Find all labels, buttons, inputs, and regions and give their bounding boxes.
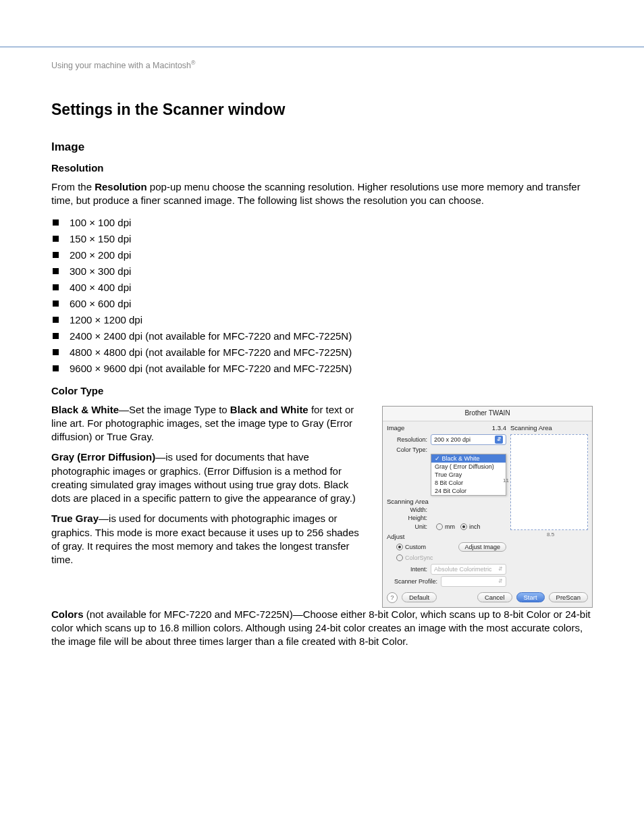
list-item: 200 × 200 dpi bbox=[51, 247, 593, 263]
radio-custom[interactable] bbox=[396, 544, 403, 550]
resolution-value: 200 x 200 dpi bbox=[434, 436, 471, 443]
text-pre: From the bbox=[51, 181, 95, 192]
prescan-button[interactable]: PreScan bbox=[549, 592, 588, 602]
intent-value: Absolute Colorimetric bbox=[434, 566, 492, 573]
para-black-white: Black & White—Set the image Type to Blac… bbox=[51, 403, 370, 444]
colortype-dropdown[interactable]: Black & White Gray ( Error Diffusion) Tr… bbox=[431, 454, 506, 496]
resolution-list: 100 × 100 dpi 150 × 150 dpi 200 × 200 dp… bbox=[51, 215, 593, 377]
custom-label: Custom bbox=[405, 544, 426, 550]
list-text: 100 × 100 dpi bbox=[70, 215, 131, 231]
top-band bbox=[0, 0, 644, 47]
subheading-image: Image bbox=[51, 140, 593, 154]
colorsync-label: ColorSync bbox=[405, 554, 433, 561]
list-text: 600 × 600 dpi bbox=[70, 296, 131, 312]
list-item: 100 × 100 dpi bbox=[51, 215, 593, 231]
bullet-icon bbox=[53, 365, 59, 371]
running-head-text: Using your machine with a Macintosh bbox=[51, 61, 191, 70]
bullet-icon bbox=[53, 236, 59, 242]
subheading-colortype: Color Type bbox=[51, 385, 593, 396]
chevron-updown-icon: ⇵ bbox=[498, 578, 503, 584]
list-item: 9600 × 9600 dpi (not available for MFC-7… bbox=[51, 361, 593, 377]
list-text: 4800 × 4800 dpi (not available for MFC-7… bbox=[70, 344, 352, 361]
lead-ged: Gray (Error Diffusion) bbox=[51, 451, 155, 463]
text: —Set the image Type to bbox=[119, 404, 230, 415]
list-item: 400 × 400 dpi bbox=[51, 280, 593, 296]
list-text: 2400 × 2400 dpi (not available for MFC-7… bbox=[70, 328, 352, 344]
label-height: Height: bbox=[387, 515, 431, 521]
running-head: Using your machine with a Macintosh® bbox=[51, 59, 593, 70]
label-colortype: Color Type: bbox=[387, 446, 431, 453]
list-text: 200 × 200 dpi bbox=[70, 247, 131, 263]
default-button[interactable]: Default bbox=[402, 592, 437, 602]
axis-horizontal-label: 8.5 bbox=[547, 531, 554, 538]
lead-bw: Black & White bbox=[51, 404, 119, 415]
bullet-icon bbox=[53, 317, 59, 323]
dropdown-item[interactable]: 8 Bit Color bbox=[431, 479, 506, 487]
chevron-updown-icon: ⇵ bbox=[498, 566, 503, 572]
radio-inch[interactable] bbox=[460, 523, 467, 530]
dropdown-item[interactable]: 24 Bit Color bbox=[431, 487, 506, 495]
text: (not available for MFC-7220 and MFC-7225… bbox=[51, 608, 591, 648]
help-icon[interactable]: ? bbox=[387, 592, 398, 603]
list-text: 400 × 400 dpi bbox=[70, 280, 131, 296]
twain-image-header: Image bbox=[387, 424, 404, 432]
list-item: 1200 × 1200 dpi bbox=[51, 312, 593, 328]
label-scanning-area: Scanning Area bbox=[387, 498, 506, 505]
section-heading: Settings in the Scanner window bbox=[51, 101, 593, 119]
label-adjust: Adjust bbox=[387, 533, 506, 540]
unit-mm-label: mm bbox=[445, 523, 455, 530]
page-content: 7 Using your machine with a Macintosh® S… bbox=[0, 47, 644, 834]
subheading-resolution: Resolution bbox=[51, 162, 593, 174]
list-item: 150 × 150 dpi bbox=[51, 231, 593, 247]
list-item: 2400 × 2400 dpi (not available for MFC-7… bbox=[51, 328, 593, 344]
bullet-icon bbox=[53, 333, 59, 339]
twain-version: 1.3.4 bbox=[492, 424, 506, 432]
bullet-icon bbox=[53, 268, 59, 274]
start-button[interactable]: Start bbox=[516, 592, 545, 602]
resolution-select[interactable]: 200 x 200 dpi ⇵ bbox=[431, 434, 506, 445]
list-text: 9600 × 9600 dpi (not available for MFC-7… bbox=[70, 361, 352, 377]
label-intent: Intent: bbox=[387, 566, 431, 573]
registered-mark: ® bbox=[191, 59, 195, 66]
chevron-updown-icon: ⇵ bbox=[495, 436, 503, 444]
radio-mm[interactable] bbox=[436, 523, 443, 530]
list-item: 600 × 600 dpi bbox=[51, 296, 593, 312]
twain-screenshot: Brother TWAIN Image 1.3.4 Resolution: 20… bbox=[382, 406, 593, 608]
dropdown-item[interactable]: Gray ( Error Diffusion) bbox=[431, 463, 506, 471]
lead-colors: Colors bbox=[51, 608, 84, 620]
axis-vertical-label: 11 bbox=[503, 477, 509, 484]
list-item: 4800 × 4800 dpi (not available for MFC-7… bbox=[51, 344, 593, 361]
scanning-area-header: Scanning Area bbox=[510, 424, 588, 432]
lead-tg: True Gray bbox=[51, 513, 99, 524]
bullet-icon bbox=[53, 252, 59, 258]
intent-select: Absolute Colorimetric ⇵ bbox=[431, 564, 506, 575]
text-bold-resolution: Resolution bbox=[95, 181, 147, 192]
bullet-icon bbox=[53, 284, 59, 290]
bold-bw2: Black and White bbox=[230, 404, 308, 415]
list-text: 300 × 300 dpi bbox=[70, 263, 131, 280]
list-text: 150 × 150 dpi bbox=[70, 231, 131, 247]
list-item: 300 × 300 dpi bbox=[51, 263, 593, 280]
dropdown-item-selected[interactable]: Black & White bbox=[431, 454, 506, 463]
bullet-icon bbox=[53, 349, 59, 355]
list-text: 1200 × 1200 dpi bbox=[70, 312, 142, 328]
adjust-image-button[interactable]: Adjust Image bbox=[458, 542, 506, 552]
resolution-intro: From the Resolution pop-up menu choose t… bbox=[51, 180, 593, 208]
twain-window-title: Brother TWAIN bbox=[383, 407, 592, 421]
profile-select: ⇵ bbox=[441, 576, 506, 587]
unit-inch-label: inch bbox=[469, 523, 481, 530]
radio-colorsync[interactable] bbox=[396, 554, 403, 561]
bullet-icon bbox=[53, 301, 59, 307]
label-resolution: Resolution: bbox=[387, 436, 431, 443]
label-unit: Unit: bbox=[387, 523, 431, 530]
para-true-gray: True Gray—is used for documents with pho… bbox=[51, 512, 370, 567]
bullet-icon bbox=[53, 219, 59, 226]
scan-preview-area[interactable]: 11 8.5 bbox=[510, 434, 588, 530]
para-gray-error-diffusion: Gray (Error Diffusion)—is used for docum… bbox=[51, 450, 370, 505]
dropdown-item[interactable]: True Gray bbox=[431, 471, 506, 479]
label-scanner-profile: Scanner Profile: bbox=[387, 578, 441, 585]
label-width: Width: bbox=[387, 506, 431, 513]
para-colors: Colors (not available for MFC-7220 and M… bbox=[51, 608, 593, 649]
cancel-button[interactable]: Cancel bbox=[477, 592, 512, 602]
